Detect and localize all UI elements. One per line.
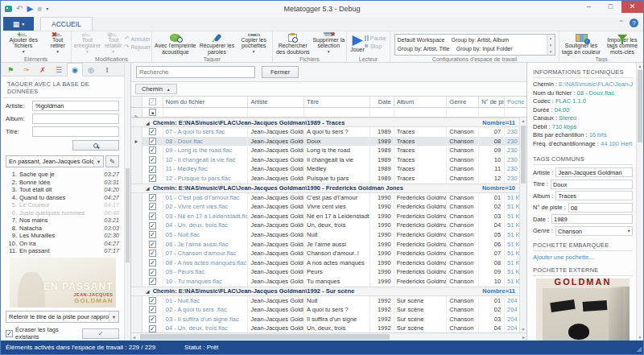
- workspace-item[interactable]: Group by: Artist, Album: [452, 35, 510, 44]
- row-checkbox[interactable]: [149, 222, 156, 229]
- remove-all-button[interactable]: ✖ Tout retirer▾: [45, 32, 70, 55]
- scroll-down-icon[interactable]: ▾: [547, 43, 555, 47]
- row-checkbox[interactable]: [149, 213, 156, 220]
- row-checkbox[interactable]: [149, 175, 156, 182]
- column-header-artist[interactable]: Artiste: [248, 97, 304, 107]
- scrollbar-thumb[interactable]: [638, 70, 642, 142]
- track-item[interactable]: 1.Sache que je03:27: [6, 171, 119, 179]
- scrollbar-thumb[interactable]: [126, 168, 130, 262]
- acoustic-fingerprint-button[interactable]: Avec l'empreinte acoustique: [153, 32, 198, 55]
- workspace-item[interactable]: Group by: Artist, Title: [398, 44, 450, 53]
- table-row[interactable]: 10 - Il changeait la vie.flacJean-Jacque…: [131, 155, 526, 165]
- table-row[interactable]: 02 - A quoi tu sers .flacJean-Jacques Go…: [131, 305, 526, 315]
- track-item[interactable]: 6.Juste quelques hommes06:48: [6, 209, 119, 217]
- help-button[interactable]: ?: [630, 19, 638, 27]
- filter-cell[interactable]: [304, 108, 370, 117]
- table-row[interactable]: 11 - Medley.flacJean-Jacques GoldmanMedl…: [131, 164, 526, 174]
- group-by-chip[interactable]: Chemin▲: [135, 84, 177, 94]
- tag-value-input[interactable]: 1989: [551, 214, 633, 224]
- overwrite-tags-checkbox[interactable]: [6, 330, 13, 337]
- get-lyrics-button[interactable]: Récupérer les paroles: [198, 32, 237, 55]
- chevron-down-icon[interactable]: ▼: [109, 312, 118, 322]
- filter-cell[interactable]: [394, 108, 448, 117]
- chevron-down-icon[interactable]: ▼: [627, 227, 631, 236]
- table-row[interactable]: ▸08 - Doux.flacJean-Jacques GoldmanDoux1…: [131, 137, 526, 147]
- row-checkbox[interactable]: [149, 278, 156, 285]
- album-result-select[interactable]: En passant, Jean-Jacques Goldman ▼: [6, 155, 104, 167]
- table-row[interactable]: 01 - Nuit.flacJean-Jacques GoldmanNuit19…: [131, 296, 526, 306]
- workspace-item[interactable]: Default Workspace: [398, 35, 445, 44]
- table-horizontal-scrollbar[interactable]: ◂ ▸: [131, 332, 526, 341]
- table-row[interactable]: 06 - Je l'aime aussi.flacJean-Jacques Go…: [131, 240, 526, 250]
- stop-playback-button[interactable]: ■Stop: [365, 43, 386, 49]
- tag-value-input[interactable]: Traces: [555, 191, 633, 200]
- tag-value-input[interactable]: 08: [568, 203, 633, 213]
- table-row[interactable]: 09 - Peurs.flacJean-Jacques GoldmanPeurs…: [131, 267, 526, 277]
- workspace-item[interactable]: Group by: Input Folder: [456, 44, 512, 53]
- tab-database-disc[interactable]: ◎: [83, 63, 99, 76]
- minimize-button[interactable]: –: [578, 1, 600, 13]
- track-item[interactable]: 11.En passant07:17: [6, 247, 119, 255]
- overflow-icon[interactable]: ▾: [547, 49, 555, 54]
- table-row[interactable]: 07 - Chanson d'amour.flacJean-Jacques Go…: [131, 249, 526, 258]
- row-checkbox[interactable]: [149, 231, 156, 238]
- scroll-right-icon[interactable]: ▸: [522, 334, 525, 340]
- filter-checkbox[interactable]: [149, 109, 156, 116]
- tab-database[interactable]: ◉: [67, 63, 83, 76]
- row-checkbox[interactable]: [149, 166, 156, 173]
- column-header-file[interactable]: Nom du fichier: [163, 97, 249, 107]
- tab-rename[interactable]: I: [99, 63, 115, 76]
- track-item[interactable]: 10.On ira04:27: [6, 240, 119, 248]
- collapse-icon[interactable]: ◢: [146, 185, 150, 191]
- tag-value-input[interactable]: Doux: [551, 180, 633, 189]
- close-button[interactable]: ✕: [621, 1, 643, 13]
- row-checkbox[interactable]: [149, 259, 156, 266]
- scrollbar-thumb[interactable]: [521, 126, 526, 184]
- delete-selection-button[interactable]: Supprimer la sélection▾: [312, 32, 345, 55]
- play-button[interactable]: ▶ Jouer: [350, 32, 365, 55]
- pause-button[interactable]: Pause: [365, 35, 386, 41]
- table-row[interactable]: 10 - Tu manques.flacJean-Jacques Goldman…: [131, 277, 526, 287]
- right-panel-scrollbar[interactable]: ▲ ▼: [636, 63, 643, 341]
- row-checkbox[interactable]: [149, 250, 156, 257]
- row-checkbox[interactable]: [149, 325, 156, 332]
- underline-tags-button[interactable]: Souligner les tags en couleur: [560, 32, 602, 55]
- track-item[interactable]: 7.Nos mains03:21: [6, 217, 119, 225]
- group-row[interactable]: ◢Chemin: E:\NAS\music\FLAC\Jean-Jacques …: [131, 118, 526, 127]
- group-row[interactable]: ◢Chemin: E:\NAS\music\FLAC\Jean-Jacques …: [131, 184, 526, 193]
- table-row[interactable]: 07 - A quoi tu sers.flacJean-Jacques Gol…: [131, 127, 526, 137]
- filter-cell[interactable]: [248, 108, 304, 117]
- select-all-checkbox[interactable]: [149, 98, 156, 105]
- scroll-up-icon[interactable]: ▲: [637, 64, 643, 68]
- copy-covers-button[interactable]: Copier les pochettes▾: [236, 32, 271, 55]
- database-search-button[interactable]: [72, 140, 119, 151]
- tab-remove-tags[interactable]: ✗: [35, 63, 51, 76]
- column-header-cover[interactable]: Poche: [505, 97, 526, 107]
- table-row[interactable]: 01 - C'est pas d'l'amour.flacJean-Jacque…: [131, 193, 526, 203]
- workspace-scrollbar[interactable]: ▴▾▾: [547, 35, 555, 55]
- row-checkbox[interactable]: [149, 241, 156, 248]
- title-field[interactable]: [32, 126, 119, 137]
- filter-cell[interactable]: [505, 108, 526, 117]
- maximize-button[interactable]: □: [600, 1, 621, 13]
- add-files-button[interactable]: + Ajouter des fichiers▾: [2, 32, 45, 55]
- table-vertical-scrollbar[interactable]: ▲ ▼: [519, 118, 526, 332]
- scroll-left-icon[interactable]: ◂: [133, 334, 135, 340]
- tab-tag-manual[interactable]: ⚑: [2, 63, 19, 76]
- track-item[interactable]: 3.Tout était dit04:20: [6, 186, 119, 194]
- table-row[interactable]: 12 - Puisque tu pars.flacJean-Jacques Go…: [131, 174, 526, 184]
- filter-cell[interactable]: [479, 108, 505, 117]
- column-header-title[interactable]: Titre: [304, 97, 370, 107]
- table-row[interactable]: 02 - Vivre cent vies.flacJean-Jacques Go…: [131, 202, 526, 212]
- tab-accueil[interactable]: ACCUEIL: [40, 17, 93, 31]
- track-item[interactable]: 8.Natacha03:03: [6, 225, 119, 233]
- import-keywords-button[interactable]: Importer les tags comme mots-clés: [602, 32, 642, 55]
- save-all-button[interactable]: ✓ Tout enregistrer▾: [72, 32, 102, 55]
- column-header-genre[interactable]: Genre: [447, 97, 479, 107]
- restore-all-button[interactable]: ⊘ Tout rétablir▾: [102, 32, 125, 55]
- workspace-list[interactable]: Default Workspace Group by: Artist, Albu…: [394, 34, 555, 56]
- chevron-down-icon[interactable]: ▼: [93, 156, 103, 167]
- track-item[interactable]: 5.Le Coureur04:17: [6, 201, 119, 209]
- match-mode-select[interactable]: Retenir le titre de la piste pour rappro…: [6, 311, 119, 323]
- redo-button[interactable]: ↷Rejouer: [125, 43, 151, 50]
